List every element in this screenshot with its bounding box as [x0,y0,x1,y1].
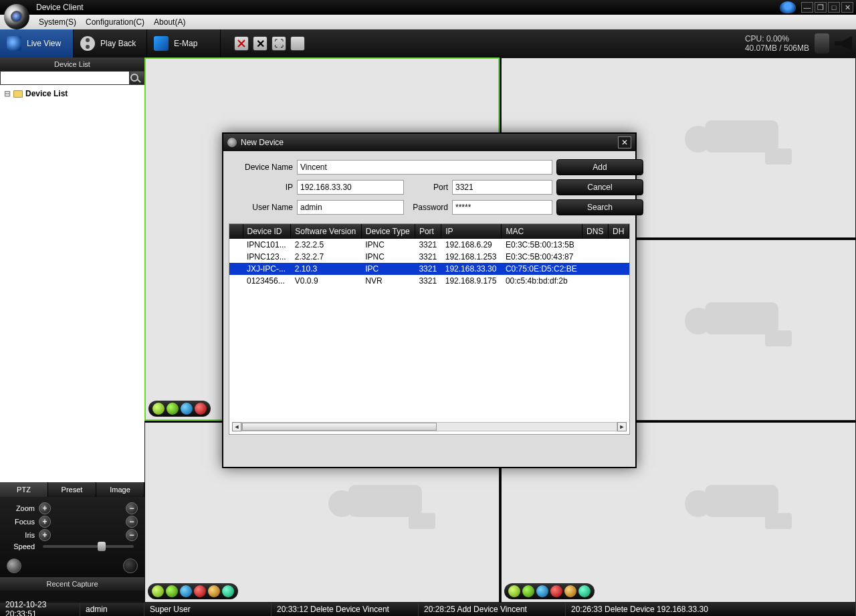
minimize-button[interactable]: — [801,2,813,13]
ptz-tab-ptz[interactable]: PTZ [0,482,48,497]
tab-emap-label: E-Map [174,39,197,48]
close-button[interactable]: ✕ [841,2,853,13]
device-list-header: Device List [0,58,144,71]
folder-icon [13,90,23,98]
ptz-tab-image[interactable]: Image [96,482,144,497]
ptz-focus-label: Focus [7,518,35,526]
user-indicator-icon [780,1,796,13]
status-user: admin [80,603,144,616]
tab-live-view[interactable]: Live View [0,29,74,58]
focus-in-button[interactable]: + [39,516,51,528]
tile-zoom-icon[interactable] [222,585,234,597]
ptz-tab-preset[interactable]: Preset [48,482,96,497]
grid-layout-button[interactable] [290,36,305,51]
password-label: Password [408,203,448,212]
device-name-label: Device Name [233,163,293,172]
cancel-button[interactable]: Cancel [556,179,643,195]
status-log-1: 20:33:12 Delete Device Vincent [272,603,419,616]
tab-live-view-label: Live View [27,39,61,48]
col-mac[interactable]: MAC [502,224,582,239]
hscroll-thumb[interactable] [242,423,437,431]
password-input[interactable] [452,200,552,215]
tile-audio-icon[interactable] [195,403,207,415]
camera-icon [7,36,21,51]
tile-talk-icon[interactable] [208,585,220,597]
tile-zoom-icon[interactable] [578,585,591,597]
device-tree[interactable]: ⊟ Device List [0,85,144,482]
col-device-id[interactable]: Device ID [243,224,291,239]
tile-ptz-icon[interactable] [508,585,520,597]
tile-ptz-icon[interactable] [152,403,165,415]
table-row[interactable]: IPNC123...2.32.2.7IPNC3321192.168.1.253E… [229,251,629,263]
gear-icon [227,138,237,147]
hscroll-right[interactable]: ► [617,422,627,431]
tile-audio-icon[interactable] [550,585,562,597]
app-title: Device Client [36,3,84,12]
tile-snapshot-icon[interactable] [181,403,193,415]
speaker-icon[interactable] [835,36,852,51]
status-log-2: 20:28:25 Add Device Vincent [419,603,566,616]
tile-audio-icon[interactable] [194,585,206,597]
tile-record-icon[interactable] [167,403,179,415]
dialog-title: New Device [241,138,284,147]
hscroll-left[interactable]: ◄ [232,422,241,431]
tile-snapshot-icon[interactable] [536,585,548,597]
iris-close-button[interactable]: − [126,529,138,541]
ptz-iris-label: Iris [7,531,35,539]
tab-playback-label: Play Back [100,39,136,48]
col-software[interactable]: Software Version [291,224,361,239]
tile-ptz-icon[interactable] [152,585,164,597]
tile-snapshot-icon[interactable] [180,585,192,597]
add-button[interactable]: Add [556,159,643,175]
username-input[interactable] [297,200,404,215]
col-ip[interactable]: IP [441,224,502,239]
fullscreen-button[interactable] [272,36,286,51]
hscroll-track[interactable] [241,422,617,431]
focus-out-button[interactable]: − [126,516,138,528]
search-icon[interactable] [130,71,144,85]
device-search-input[interactable] [0,71,130,85]
menu-system[interactable]: System(S) [36,16,79,28]
username-label: User Name [233,203,293,212]
table-row[interactable]: 0123456...V0.0.9NVR3321192.168.9.17500:c… [229,275,629,287]
port-input[interactable] [452,180,552,195]
table-row[interactable]: JXJ-IPC-...2.10.3IPC3321192.168.33.30C0:… [229,263,629,275]
menu-about[interactable]: About(A) [151,16,188,28]
zoom-out-button[interactable]: − [126,502,138,514]
col-dh[interactable]: DH [609,224,629,239]
maximize-button[interactable]: □ [828,2,840,13]
close-all-button[interactable] [234,36,249,51]
iris-open-button[interactable]: + [39,529,51,541]
tab-playback[interactable]: Play Back [74,29,147,58]
map-icon [154,36,169,51]
search-button[interactable]: Search [556,199,643,215]
restore-button[interactable]: ❐ [815,2,827,13]
cpu-usage: CPU: 0.00% [745,34,809,43]
status-datetime: 2012-10-23 20:33:51 [0,603,80,616]
memory-usage: 40.07MB / 506MB [745,43,809,53]
speed-slider[interactable] [43,545,134,548]
col-port[interactable]: Port [415,224,441,239]
ptz-zoom-label: Zoom [7,504,35,512]
menu-configuration[interactable]: Configuration(C) [83,16,147,28]
tile-record-icon[interactable] [166,585,178,597]
fit-view-button[interactable] [253,36,268,51]
zoom-in-button[interactable]: + [39,502,51,514]
table-row[interactable]: IPNC101...2.32.2.5IPNC3321192.168.6.29E0… [229,239,629,251]
tree-root-item[interactable]: ⊟ Device List [4,89,140,98]
status-log-3: 20:26:33 Delete Device 192.168.33.30 [566,603,856,616]
device-results-table[interactable]: Device ID Software Version Device Type P… [229,224,629,287]
device-name-input[interactable] [297,160,552,175]
ip-label: IP [233,183,293,192]
ip-input[interactable] [297,180,404,195]
tile-record-icon[interactable] [522,585,534,597]
status-role: Super User [144,603,272,616]
recent-capture-header: Recent Capture [0,577,144,591]
ptz-stop-button[interactable] [123,558,138,573]
tile-talk-icon[interactable] [564,585,576,597]
dialog-close-button[interactable]: ✕ [618,136,631,148]
col-dns[interactable]: DNS [582,224,609,239]
ptz-auto-button[interactable] [7,558,21,573]
tab-emap[interactable]: E-Map [147,29,221,58]
col-type[interactable]: Device Type [361,224,415,239]
